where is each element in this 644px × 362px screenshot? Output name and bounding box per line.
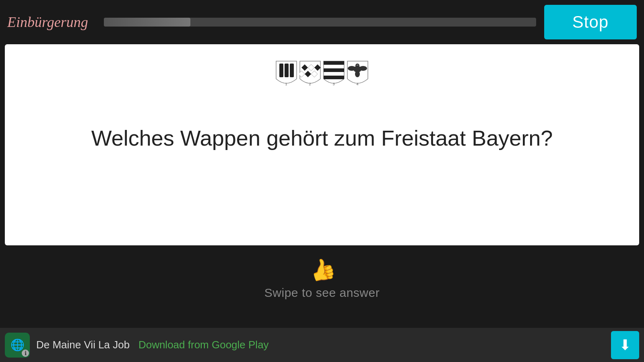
svg-text:2: 2 <box>309 82 311 86</box>
question-card: 1 2 3 <box>5 44 639 245</box>
swipe-icon: 👍 <box>306 255 338 285</box>
svg-rect-2 <box>290 64 294 77</box>
svg-rect-13 <box>324 76 344 79</box>
ad-link[interactable]: Download from Google Play <box>138 339 269 351</box>
swipe-area: 👍 Swipe to see answer <box>0 245 644 304</box>
shield-3[interactable]: 3 <box>323 60 345 88</box>
svg-rect-1 <box>285 64 289 77</box>
progress-bar <box>104 18 536 27</box>
svg-text:3: 3 <box>332 82 334 86</box>
ad-title: De Maine Vii La Job Download from Google… <box>36 339 605 351</box>
coat-of-arms-row: 1 2 3 <box>275 60 369 88</box>
question-text: Welches Wappen gehört zum Freistaat Baye… <box>67 124 577 152</box>
svg-rect-12 <box>324 68 344 72</box>
svg-point-19 <box>355 71 360 77</box>
swipe-text: Swipe to see answer <box>264 286 380 300</box>
stop-button[interactable]: Stop <box>544 5 637 39</box>
ad-app-icon: 🌐 <box>5 333 30 358</box>
svg-text:1: 1 <box>285 82 287 86</box>
shield-1[interactable]: 1 <box>275 60 297 88</box>
download-button[interactable]: ⬇ <box>611 331 639 359</box>
top-bar: Einbürgerung Stop <box>0 0 644 44</box>
svg-rect-0 <box>279 64 283 77</box>
svg-text:4: 4 <box>356 82 358 86</box>
shield-2[interactable]: 2 <box>299 60 321 88</box>
svg-point-16 <box>348 66 356 71</box>
svg-point-17 <box>359 66 367 71</box>
app-title: Einbürgerung <box>7 14 96 31</box>
ad-bar: 🌐 De Maine Vii La Job Download from Goog… <box>0 328 644 362</box>
ad-title-text: De Maine Vii La Job <box>36 339 130 351</box>
progress-bar-fill <box>104 18 190 27</box>
shield-4[interactable]: 4 <box>347 60 369 88</box>
svg-rect-11 <box>324 61 344 65</box>
